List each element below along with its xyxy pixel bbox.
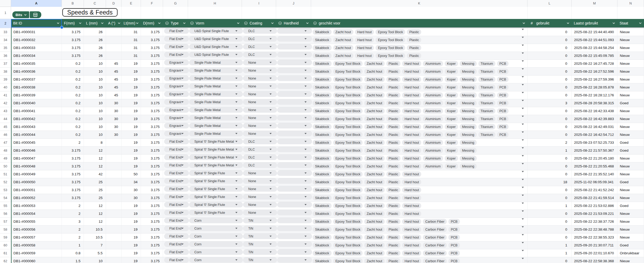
row-header-54[interactable]: 54 — [0, 194, 11, 202]
cell-bit-id[interactable]: DB1-#000053 — [11, 202, 62, 210]
cell-staat[interactable]: Nieuw — [617, 44, 644, 52]
cell-l-mm[interactable]: 8 — [84, 139, 106, 146]
material-chip[interactable]: Titanium — [478, 124, 495, 130]
cell-bit-id[interactable]: DB1-#000038 — [11, 83, 62, 91]
material-chip[interactable]: Sikablock — [313, 100, 332, 106]
cell-d-mm[interactable]: 3.175 — [141, 170, 163, 178]
material-chip[interactable]: Carbon Fiber — [423, 235, 447, 240]
row-header-51[interactable]: 51 — [0, 170, 11, 178]
cell-vorm[interactable]: Corn — [189, 241, 243, 247]
material-chip[interactable]: Sikablock — [313, 69, 332, 74]
cell-l-mm[interactable]: 42 — [84, 170, 106, 178]
material-chip[interactable]: Plastic — [386, 203, 401, 209]
cell-lt-mm[interactable]: 19 — [121, 226, 141, 233]
cell-laatst-gebruikt[interactable]: 2025-08-22 16:28:12.176 — [572, 91, 617, 99]
material-chip[interactable]: Plastic — [386, 163, 401, 169]
material-chip[interactable]: Plastic — [386, 258, 401, 263]
cell-d-mm[interactable]: 3.175 — [141, 91, 163, 99]
cell-vorm[interactable]: Spiral '0' Single Flute — [189, 194, 243, 200]
coating-dropdown-chip[interactable]: DLC — [246, 36, 274, 42]
vorm-dropdown-chip[interactable]: Spiral '0' Single Flute — [192, 170, 240, 176]
material-chip[interactable]: Sikablock — [313, 258, 332, 263]
sheet-title-box[interactable]: Speeds & Feeds — [62, 8, 118, 17]
cell-lt-mm[interactable]: 30 — [121, 194, 141, 202]
cell-coating[interactable]: TiN — [243, 218, 277, 223]
cell-laatst-gebruikt[interactable]: 2025-08-22 22:38:55.323 — [572, 234, 617, 241]
material-chip[interactable]: Hard hout — [402, 124, 421, 130]
column-header-J[interactable]: J — [276, 0, 311, 7]
cell-a-deg[interactable] — [106, 186, 121, 194]
filter-chevron-icon[interactable] — [158, 22, 161, 25]
material-chip[interactable]: Koper — [445, 100, 458, 106]
cell-d-mm[interactable]: 3.175 — [141, 131, 163, 138]
cell-d-mm[interactable]: 3.175 — [141, 99, 163, 107]
material-chip[interactable]: Zacht hout — [364, 242, 384, 248]
vorm-dropdown-chip[interactable]: Spiral '0' Single Flute — [192, 210, 240, 215]
cell-laatst-gebruikt[interactable]: 2025-08-22 16:42:33.438 — [572, 107, 617, 115]
cell-lt-mm[interactable]: 19 — [121, 68, 141, 75]
vorm-dropdown-chip[interactable]: Single Flute Metal — [192, 107, 240, 113]
multiselect-dropdown-arrow-icon[interactable] — [522, 101, 524, 105]
cell-a-deg[interactable] — [106, 44, 121, 52]
material-chip[interactable]: Hard hout — [402, 242, 421, 248]
hardheid-dropdown-chip[interactable] — [280, 162, 309, 168]
cell-vorm[interactable]: Spiral '0' Single Flute — [189, 170, 243, 176]
cell-geschikt-voor[interactable]: SikablockEpoxy Tool BlockZacht houtPlast… — [311, 257, 528, 263]
cell-coating[interactable]: DLC — [243, 44, 277, 49]
material-chip[interactable]: Hard hout — [402, 108, 421, 114]
material-chip[interactable]: Epoxy Tool Block — [333, 156, 363, 161]
cell-lt-mm[interactable]: 31 — [121, 52, 141, 59]
cell-bit-id[interactable]: DB1-#000039 — [11, 91, 62, 99]
material-chip[interactable]: Epoxy Tool Block — [376, 29, 405, 35]
cell-staat[interactable]: Nieuw — [617, 36, 644, 44]
cell-hardheid[interactable] — [277, 170, 312, 176]
header-cell-type[interactable]: Type — [163, 19, 188, 27]
cell-lt-mm[interactable]: 19 — [121, 115, 141, 123]
cell-f-mm[interactable]: 0.2 — [62, 123, 84, 131]
column-header-M[interactable]: M — [572, 0, 617, 7]
type-dropdown-chip[interactable]: Flat End — [167, 139, 186, 144]
cell-staat[interactable]: Onbruikbaar — [617, 249, 644, 257]
cell-staat[interactable]: Nieuw — [617, 186, 644, 194]
cell-bit-id[interactable]: DB1-#000032 — [11, 36, 62, 44]
material-chip[interactable]: Messing — [460, 61, 477, 66]
cell-laatst-gebruikt[interactable]: 2025-08-22 15:44:51.093 — [572, 36, 617, 44]
cell-f-mm[interactable]: 2 — [62, 226, 84, 233]
material-chip[interactable]: Hard hout — [402, 69, 421, 74]
cell-coating[interactable]: None — [243, 178, 277, 184]
cell-staat[interactable]: Nieuw — [617, 68, 644, 75]
cell-geschikt-voor[interactable]: SikablockZacht houtHard houtEpoxy Tool B… — [311, 28, 528, 36]
cell-lt-mm[interactable]: 19 — [121, 76, 141, 83]
cell-staat[interactable]: Nieuw — [617, 76, 644, 83]
cell-hardheid[interactable] — [277, 36, 312, 42]
material-chip[interactable]: Aluminium — [423, 140, 443, 145]
cell-d-mm[interactable]: 3.175 — [141, 194, 163, 202]
type-dropdown-chip[interactable]: Flat End — [167, 218, 186, 223]
cell-laatst-gebruikt[interactable]: 2025-08-22 22:58:38.368 — [572, 257, 617, 263]
cell-a-deg[interactable]: 30 — [106, 99, 121, 107]
multiselect-dropdown-arrow-icon[interactable] — [522, 227, 524, 231]
material-chip[interactable]: Zacht hout — [364, 179, 384, 185]
coating-dropdown-chip[interactable]: TiN — [246, 218, 274, 223]
material-chip[interactable]: Hard hout — [402, 85, 421, 90]
cell-f-mm[interactable]: 3.175 — [62, 147, 84, 154]
cell-coating[interactable]: None — [243, 115, 277, 121]
header-cell-lt-mm[interactable]: Lt(mm) — [121, 19, 141, 27]
vorm-dropdown-chip[interactable]: Single Flute Metal — [192, 115, 240, 121]
column-header-B[interactable]: B — [62, 0, 84, 7]
cell-staat[interactable]: Nieuw — [617, 210, 644, 217]
cell-d-mm[interactable]: 3.175 — [141, 155, 163, 162]
material-chip[interactable]: Zacht hout — [364, 235, 384, 240]
type-dropdown-chip[interactable]: Engraving — [167, 123, 186, 128]
multiselect-dropdown-arrow-icon[interactable] — [522, 259, 524, 263]
header-cell-laatst-gebruikt[interactable]: Laatst gebruikt — [572, 19, 617, 27]
cell-hardheid[interactable] — [277, 123, 312, 128]
multiselect-dropdown-arrow-icon[interactable] — [522, 212, 524, 216]
multiselect-dropdown-arrow-icon[interactable] — [522, 38, 524, 42]
cell-hardheid[interactable] — [277, 147, 312, 152]
cell-type[interactable]: Flat End — [164, 178, 189, 184]
cell-bit-id[interactable]: DB1-#000047 — [11, 155, 62, 162]
material-chip[interactable]: Sikablock — [313, 37, 332, 43]
hardheid-dropdown-chip[interactable] — [280, 186, 309, 192]
row-header-62[interactable]: 62 — [0, 257, 11, 263]
